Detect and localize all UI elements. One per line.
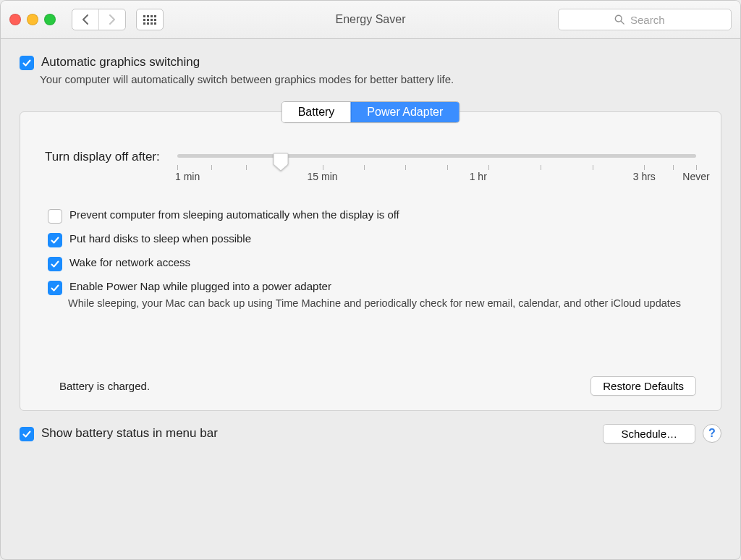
nav-back-forward	[72, 9, 126, 30]
display-off-slider[interactable]: 1 min 15 min 1 hr 3 hrs Never	[177, 148, 696, 185]
window-traffic-lights	[9, 14, 56, 25]
show-battery-status-checkbox[interactable]	[20, 427, 34, 441]
prevent-sleep-row: Prevent computer from sleeping automatic…	[48, 208, 696, 224]
automatic-graphics-row: Automatic graphics switching	[20, 55, 721, 70]
power-source-tabs: Battery Power Adapter	[281, 101, 460, 123]
tick-1hr: 1 hr	[470, 171, 487, 182]
display-off-slider-area: Turn display off after:	[45, 148, 696, 185]
check-icon	[51, 260, 59, 268]
wake-network-row: Wake for network access	[48, 256, 696, 271]
power-options: Prevent computer from sleeping automatic…	[48, 208, 696, 311]
content-area: Automatic graphics switching Your comput…	[1, 39, 740, 457]
show-all-button[interactable]	[136, 9, 164, 30]
power-nap-label: Enable Power Nap while plugged into a po…	[69, 280, 331, 292]
schedule-button[interactable]: Schedule…	[603, 424, 695, 444]
grid-icon	[143, 15, 156, 25]
check-icon	[22, 430, 31, 438]
window-minimize-button[interactable]	[27, 14, 38, 25]
nav-back-button[interactable]	[72, 9, 98, 30]
tab-power-adapter[interactable]: Power Adapter	[350, 102, 459, 122]
prevent-sleep-checkbox[interactable]	[48, 209, 62, 224]
window-close-button[interactable]	[9, 14, 21, 25]
battery-status-text: Battery is charged.	[59, 380, 150, 392]
wake-network-checkbox[interactable]	[48, 257, 62, 271]
tick-never: Never	[682, 171, 709, 182]
slider-thumb[interactable]	[273, 153, 289, 171]
nav-forward-button[interactable]	[98, 9, 125, 30]
power-nap-row: Enable Power Nap while plugged into a po…	[48, 280, 696, 295]
automatic-graphics-checkbox[interactable]	[20, 56, 34, 70]
settings-panel: Battery Power Adapter Turn display off a…	[20, 111, 721, 411]
bottom-row: Show battery status in menu bar Schedule…	[20, 424, 721, 444]
display-off-label: Turn display off after:	[45, 150, 160, 164]
wake-network-label: Wake for network access	[69, 256, 190, 268]
panel-footer: Battery is charged. Restore Defaults	[45, 376, 696, 396]
search-input[interactable]	[629, 13, 675, 27]
check-icon	[51, 236, 59, 245]
search-icon	[614, 14, 624, 25]
automatic-graphics-label: Automatic graphics switching	[41, 55, 200, 69]
show-battery-status-label: Show battery status in menu bar	[41, 426, 218, 441]
tab-battery[interactable]: Battery	[282, 102, 351, 122]
automatic-graphics-description: Your computer will automatically switch …	[40, 73, 721, 85]
hard-disks-row: Put hard disks to sleep when possible	[48, 232, 696, 247]
chevron-right-icon	[109, 14, 116, 25]
help-button[interactable]: ?	[703, 424, 721, 443]
power-nap-description: While sleeping, your Mac can back up usi…	[68, 297, 696, 311]
power-nap-checkbox[interactable]	[48, 281, 62, 295]
prevent-sleep-label: Prevent computer from sleeping automatic…	[69, 208, 399, 221]
tick-15min: 15 min	[308, 171, 338, 182]
tick-3hrs: 3 hrs	[633, 171, 656, 182]
hard-disks-checkbox[interactable]	[48, 233, 62, 247]
hard-disks-label: Put hard disks to sleep when possible	[69, 232, 251, 245]
tick-1min: 1 min	[175, 171, 200, 182]
check-icon	[51, 284, 59, 292]
restore-defaults-button[interactable]: Restore Defaults	[590, 376, 696, 396]
search-field[interactable]	[558, 9, 732, 30]
chevron-left-icon	[82, 14, 89, 25]
svg-line-1	[621, 21, 624, 24]
check-icon	[22, 59, 31, 67]
window-zoom-button[interactable]	[44, 14, 56, 25]
titlebar: Energy Saver	[1, 1, 740, 39]
